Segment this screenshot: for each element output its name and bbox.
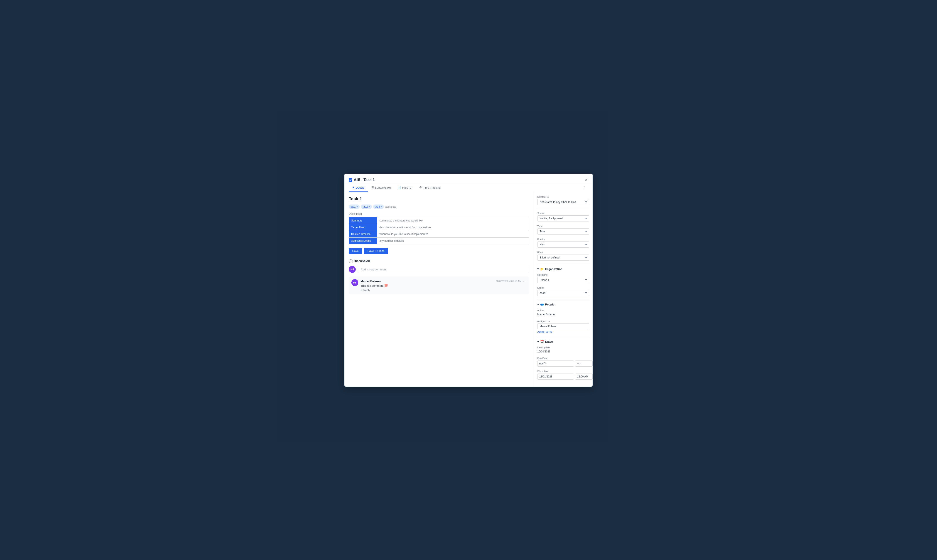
add-tag-button[interactable]: add a tag [385, 205, 396, 208]
tab-files[interactable]: 📄 Files (0) [394, 184, 416, 192]
tag-2-remove[interactable]: × [368, 205, 370, 208]
tab-details[interactable]: ★ Details [349, 184, 368, 192]
desc-value-target-user[interactable]: describe who benefits most from this fea… [377, 224, 529, 231]
desc-row-desired-timeline: Desired Timeline when would you like to … [349, 231, 529, 237]
organization-header[interactable]: ▾ 📁 Organization [537, 268, 589, 271]
effort-label: Effort [537, 251, 589, 254]
due-time-input[interactable] [575, 360, 593, 366]
author-section: Author Marcel Folaron [537, 309, 589, 316]
work-start-row: 🕐 [537, 374, 589, 380]
modal-header: #15 - Task 1 × [344, 174, 593, 183]
right-panel: Related To Not related to any other To-D… [534, 192, 593, 387]
assigned-label: Assigned to [537, 320, 589, 322]
tab-bar: ★ Details ☰ Subtasks (0) 📄 Files (0) ⏱ T… [344, 184, 593, 192]
due-date-label: Due Date [537, 357, 589, 360]
commenter-avatar: MF [351, 279, 358, 286]
assigned-section: Assigned to Marcel Folaron Assign to me [537, 320, 589, 333]
comment-time: 10/07/2023 at 09:58 AM [496, 280, 521, 282]
reply-icon: ↩ [361, 289, 363, 292]
chevron-down-icon-people: ▾ [537, 303, 539, 306]
work-start-label: Work Start [537, 370, 589, 373]
people-header[interactable]: ▾ 👥 People [537, 303, 589, 306]
effort-select[interactable]: Effort not defined [537, 255, 589, 261]
comment-more-icon[interactable]: ⋯ [523, 279, 527, 283]
comment-input[interactable]: Add a new comment [358, 266, 529, 273]
due-date-row: 🕐 [537, 360, 589, 366]
description-label: Description [349, 212, 529, 215]
tab-time-tracking[interactable]: ⏱ Time Tracking [416, 184, 444, 192]
comment-input-row: MF Add a new comment [349, 266, 529, 273]
assigned-select[interactable]: Marcel Folaron [537, 323, 589, 329]
tag-3[interactable]: tag3 × [373, 205, 384, 209]
related-to-section: Related To Not related to any other To-D… [537, 195, 589, 205]
author-value: Marcel Folaron [537, 312, 589, 316]
milestone-label: Milestone [537, 274, 589, 276]
close-button[interactable]: × [584, 177, 588, 183]
desc-value-desired-timeline[interactable]: when would you like to see it implemente… [377, 231, 529, 237]
modal-title-row: #15 - Task 1 [349, 178, 374, 182]
related-to-select[interactable]: Not related to any other To-Dos [537, 199, 589, 205]
chevron-down-icon-dates: ▾ [537, 340, 539, 343]
desc-value-summary[interactable]: summarize the feature you would like [377, 217, 529, 224]
priority-select[interactable]: High [537, 242, 589, 248]
work-start-section: Work Start 🕐 [537, 370, 589, 380]
priority-label: Priority [537, 238, 589, 241]
task-checkbox[interactable] [349, 178, 352, 182]
comment-author: Marcel Folaron [361, 280, 381, 283]
organization-icon: 📁 [540, 268, 544, 271]
sprint-section: Sprint asdf2 [537, 286, 589, 296]
work-start-time-input[interactable] [575, 374, 593, 380]
description-table: Summary summarize the feature you would … [349, 217, 529, 244]
tag-1-remove[interactable]: × [356, 205, 358, 208]
comment-content: Marcel Folaron 10/07/2023 at 09:58 AM ⋯ … [361, 279, 527, 292]
desc-label-desired-timeline: Desired Timeline [349, 231, 377, 237]
comment-text: This is a comment 💯 [361, 284, 527, 288]
dates-header[interactable]: ▾ 📅 Dates [537, 340, 589, 343]
comment-meta: Marcel Folaron 10/07/2023 at 09:58 AM ⋯ [361, 279, 527, 283]
sprint-select[interactable]: asdf2 [537, 290, 589, 296]
milestone-section: Milestone Phase 1 [537, 274, 589, 283]
priority-section: Priority High [537, 238, 589, 248]
modal-overlay: #15 - Task 1 × ★ Details ☰ Subtasks (0) … [0, 0, 937, 560]
discussion-section: 💬 Discussion MF Add a new comment MF Mar… [349, 259, 529, 294]
assign-to-me-link[interactable]: Assign to me [537, 330, 589, 333]
due-date-input[interactable] [537, 360, 574, 366]
subtasks-icon: ☰ [371, 186, 374, 189]
type-label: Type [537, 225, 589, 228]
tab-subtasks[interactable]: ☰ Subtasks (0) [368, 184, 394, 192]
chevron-down-icon: ▾ [537, 268, 539, 271]
desc-label-target-user: Target User [349, 224, 377, 231]
current-user-avatar: MF [349, 266, 356, 273]
related-to-label: Related To [537, 195, 589, 198]
desc-row-additional-details: Additional Details any additional detail… [349, 237, 529, 244]
dates-icon: 📅 [540, 340, 544, 343]
last-update-value: 10/04/2023 [537, 349, 589, 354]
status-label: Status [537, 212, 589, 214]
effort-section: Effort Effort not defined [537, 251, 589, 261]
files-icon: 📄 [398, 186, 401, 189]
work-start-date-input[interactable] [537, 374, 574, 380]
left-panel: Task 1 tag1 × tag2 × tag3 × add a [344, 192, 534, 387]
status-select[interactable]: Waiting for Approval [537, 215, 589, 222]
tag-2[interactable]: tag2 × [361, 205, 372, 209]
people-icon: 👥 [540, 303, 544, 306]
tag-1[interactable]: tag1 × [349, 205, 360, 209]
author-label: Author [537, 309, 589, 312]
reply-button[interactable]: ↩ Reply [361, 289, 370, 292]
desc-value-additional-details[interactable]: any additional details [377, 237, 529, 244]
assign-row: Marcel Folaron [537, 323, 589, 329]
details-icon: ★ [352, 186, 354, 189]
time-icon: ⏱ [419, 186, 422, 189]
due-date-section: Due Date 🕐 [537, 357, 589, 366]
milestone-select[interactable]: Phase 1 [537, 277, 589, 283]
save-close-button[interactable]: Save & Close [364, 248, 388, 254]
discussion-icon: 💬 [349, 259, 353, 263]
tabs-more-icon[interactable]: ⋮ [581, 184, 588, 192]
type-select[interactable]: Task [537, 228, 589, 235]
last-update-label: Last Update [537, 346, 589, 349]
task-name: Task 1 [349, 197, 529, 202]
save-button[interactable]: Save [349, 248, 362, 254]
type-section: Type Task [537, 225, 589, 235]
modal-body: Task 1 tag1 × tag2 × tag3 × add a [344, 192, 593, 387]
tag-3-remove[interactable]: × [381, 205, 382, 208]
